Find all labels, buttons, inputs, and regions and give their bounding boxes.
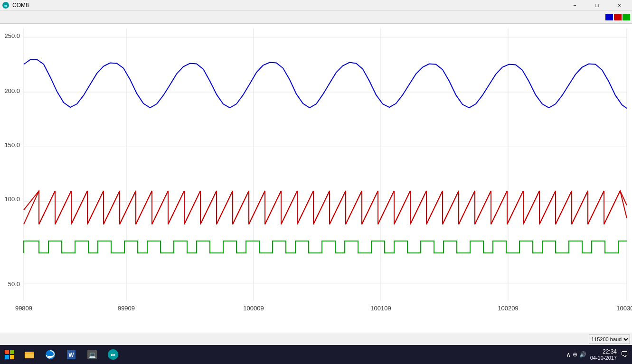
- main-window: 250.0 200.0 150.0 100.0 50.0 99809 99909…: [0, 10, 632, 345]
- svg-text:250.0: 250.0: [4, 32, 20, 39]
- svg-text:💻: 💻: [89, 351, 96, 358]
- clock-date: 04-10-2017: [590, 355, 617, 361]
- svg-text:100309: 100309: [616, 305, 632, 312]
- svg-text:100109: 100109: [370, 305, 391, 312]
- notification-icon[interactable]: 🗨: [621, 350, 628, 359]
- taskbar-clock[interactable]: 22:34 04-10-2017: [590, 348, 617, 361]
- svg-text:150.0: 150.0: [4, 141, 20, 149]
- svg-rect-25: [5, 350, 9, 354]
- svg-rect-28: [10, 355, 14, 359]
- taskbar-right: ∧ ⊕ 🔊 22:34 04-10-2017 🗨: [562, 345, 632, 364]
- svg-rect-30: [25, 353, 31, 354]
- chart-area: 250.0 200.0 150.0 100.0 50.0 99809 99909…: [0, 24, 632, 333]
- chart-svg: 250.0 200.0 150.0 100.0 50.0 99809 99909…: [0, 24, 632, 333]
- word-icon: W: [66, 349, 77, 360]
- toolbar: [0, 10, 632, 24]
- baud-rate-select[interactable]: 115200 baud: [589, 335, 630, 344]
- unknown-app-icon: 💻: [86, 349, 98, 360]
- tray-icons: ∧ ⊕ 🔊: [566, 351, 586, 358]
- taskbar-word[interactable]: W: [61, 345, 82, 364]
- window-title: COM8: [12, 2, 29, 9]
- taskbar-file-explorer[interactable]: [19, 345, 40, 364]
- svg-rect-2: [0, 24, 632, 333]
- svg-text:99909: 99909: [118, 305, 135, 312]
- taskbar: W 💻 ∞ ∧ ⊕ 🔊 22:34 04-10-2017 �: [0, 345, 632, 364]
- series3-color: [623, 14, 630, 20]
- tray-sound-icon[interactable]: 🔊: [579, 351, 586, 358]
- svg-text:99809: 99809: [15, 305, 32, 312]
- tray-network-icon[interactable]: ⊕: [573, 351, 577, 358]
- app-icon: ∞: [2, 1, 9, 9]
- taskbar-arduino[interactable]: ∞: [103, 345, 123, 364]
- start-button[interactable]: [0, 345, 19, 364]
- series2-color: [614, 14, 622, 20]
- svg-rect-27: [5, 355, 9, 359]
- status-bar: 115200 baud: [0, 333, 632, 345]
- svg-text:100009: 100009: [243, 305, 264, 312]
- tray-up-arrow[interactable]: ∧: [566, 351, 571, 358]
- title-bar: ∞ COM8 − □ ×: [0, 0, 632, 10]
- svg-text:50.0: 50.0: [8, 280, 20, 288]
- svg-text:100.0: 100.0: [4, 196, 20, 203]
- arduino-icon: ∞: [107, 349, 119, 360]
- svg-text:W: W: [68, 352, 74, 358]
- file-explorer-icon: [24, 349, 35, 360]
- minimize-button[interactable]: −: [564, 0, 585, 10]
- taskbar-app-unknown[interactable]: 💻: [82, 345, 103, 364]
- edge-icon: [45, 349, 56, 360]
- clock-time: 22:34: [590, 348, 617, 355]
- maximize-button[interactable]: □: [586, 0, 608, 10]
- color-legend: [605, 14, 630, 20]
- svg-text:100209: 100209: [498, 305, 518, 312]
- taskbar-apps: W 💻 ∞: [19, 345, 562, 364]
- svg-text:∞: ∞: [111, 351, 115, 358]
- close-button[interactable]: ×: [609, 0, 630, 10]
- svg-rect-26: [10, 350, 14, 354]
- series1-color: [605, 14, 613, 20]
- svg-text:∞: ∞: [4, 3, 8, 8]
- windows-logo-icon: [5, 350, 14, 359]
- svg-text:200.0: 200.0: [4, 87, 20, 94]
- taskbar-edge[interactable]: [40, 345, 61, 364]
